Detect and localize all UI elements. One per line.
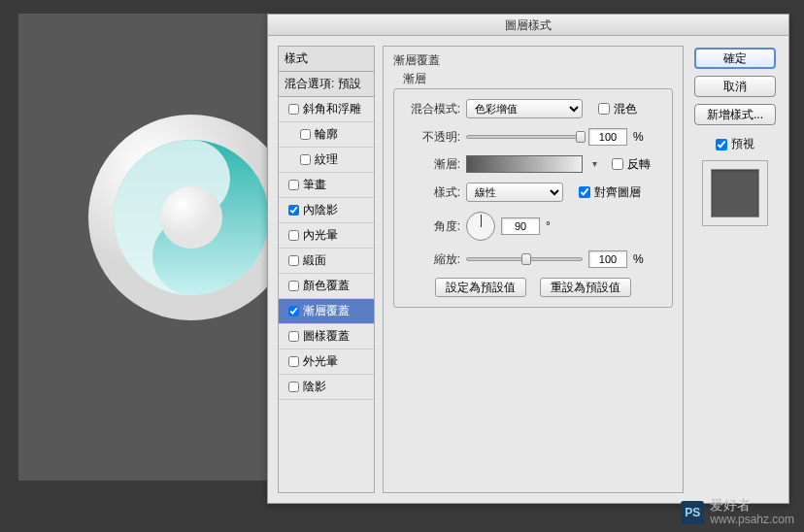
style-item[interactable]: 內光暈: [279, 223, 374, 249]
make-default-button[interactable]: 設定為預設值: [435, 278, 526, 297]
style-checkbox[interactable]: [288, 205, 299, 216]
cancel-button[interactable]: 取消: [694, 76, 776, 97]
style-item[interactable]: 顏色覆蓋: [279, 274, 374, 299]
style-checkbox[interactable]: [288, 281, 299, 291]
ok-button[interactable]: 確定: [694, 48, 776, 69]
dialog-title: 圖層樣式: [268, 15, 788, 36]
style-item[interactable]: 紋理: [279, 148, 374, 173]
style-label: 內陰影: [303, 202, 338, 218]
opacity-label: 不透明:: [406, 129, 460, 146]
gradient-swatch[interactable]: [466, 155, 583, 173]
style-label: 斜角和浮雕: [303, 101, 361, 117]
style-select[interactable]: 線性: [466, 183, 563, 202]
watermark: PS 爱好者 www.psahz.com: [681, 498, 794, 526]
scale-label: 縮放:: [406, 251, 460, 268]
styles-panel: 樣式 混合選項: 預設 斜角和浮雕輪廓紋理筆畫內陰影內光暈緞面顏色覆蓋漸層覆蓋圖…: [278, 46, 375, 493]
new-style-button[interactable]: 新增樣式...: [694, 104, 776, 125]
canvas-area: [18, 14, 268, 481]
angle-unit: °: [546, 219, 551, 233]
scale-input[interactable]: [588, 250, 627, 268]
style-label: 圖樣覆蓋: [303, 328, 350, 345]
blend-options-header[interactable]: 混合選項: 預設: [279, 72, 374, 97]
style-checkbox[interactable]: [288, 382, 299, 392]
style-checkbox[interactable]: [288, 356, 299, 367]
style-label: 樣式:: [406, 184, 460, 201]
reverse-checkbox[interactable]: 反轉: [612, 156, 651, 173]
section-title: 漸層覆蓋: [393, 52, 673, 69]
style-checkbox[interactable]: [300, 129, 311, 140]
style-item[interactable]: 陰影: [279, 375, 374, 400]
scale-unit: %: [633, 252, 644, 266]
style-label: 外光暈: [303, 353, 338, 370]
style-item[interactable]: 輪廓: [279, 122, 374, 148]
style-item[interactable]: 緞面: [279, 249, 374, 274]
style-item[interactable]: 內陰影: [279, 198, 374, 223]
opacity-slider[interactable]: [466, 135, 583, 139]
dialog-buttons: 確定 取消 新增樣式... 預視: [691, 46, 779, 493]
style-checkbox[interactable]: [288, 255, 299, 266]
preview-checkbox[interactable]: 預視: [716, 136, 754, 152]
style-item[interactable]: 圖樣覆蓋: [279, 324, 374, 349]
style-checkbox[interactable]: [300, 154, 311, 165]
style-item[interactable]: 漸層覆蓋: [279, 299, 374, 324]
style-label: 筆畫: [303, 177, 326, 193]
watermark-url: www.psahz.com: [710, 514, 794, 526]
layer-style-dialog: 圖層樣式 樣式 混合選項: 預設 斜角和浮雕輪廓紋理筆畫內陰影內光暈緞面顏色覆蓋…: [267, 14, 789, 504]
style-checkbox[interactable]: [288, 230, 299, 241]
style-label: 顏色覆蓋: [303, 278, 350, 294]
opacity-input[interactable]: [588, 128, 627, 146]
angle-label: 角度:: [406, 218, 460, 235]
svg-point-2: [160, 186, 222, 249]
style-item[interactable]: 筆畫: [279, 173, 374, 198]
style-item[interactable]: 斜角和浮雕: [279, 97, 374, 122]
ps-logo-icon: PS: [681, 501, 704, 524]
style-label: 輪廓: [315, 126, 338, 143]
style-label: 內光暈: [303, 227, 338, 244]
angle-dial[interactable]: [466, 212, 495, 241]
align-checkbox[interactable]: 對齊圖層: [579, 184, 641, 201]
scale-slider[interactable]: [466, 257, 583, 261]
opacity-unit: %: [633, 130, 644, 144]
style-checkbox[interactable]: [288, 331, 299, 342]
style-item[interactable]: 外光暈: [279, 349, 374, 375]
blend-mode-label: 混合模式:: [406, 101, 460, 117]
style-checkbox[interactable]: [288, 180, 299, 190]
style-label: 紋理: [315, 151, 338, 168]
preview-swatch: [711, 169, 759, 217]
subsection-title: 漸層: [403, 71, 673, 87]
styles-header[interactable]: 樣式: [279, 47, 374, 72]
style-label: 漸層覆蓋: [303, 303, 350, 319]
style-label: 陰影: [303, 379, 326, 395]
artwork-preview: [84, 111, 298, 324]
dither-checkbox[interactable]: 混色: [598, 101, 637, 117]
style-checkbox[interactable]: [288, 104, 299, 115]
reset-default-button[interactable]: 重設為預設值: [540, 278, 631, 297]
watermark-cn: 爱好者: [710, 498, 794, 513]
settings-panel: 漸層覆蓋 漸層 混合模式: 色彩增值 混色 不透明:: [383, 46, 684, 493]
style-label: 緞面: [303, 252, 326, 269]
angle-input[interactable]: [501, 217, 540, 235]
style-checkbox[interactable]: [288, 306, 299, 316]
gradient-label: 漸層:: [406, 156, 460, 173]
blend-mode-select[interactable]: 色彩增值: [466, 99, 583, 118]
